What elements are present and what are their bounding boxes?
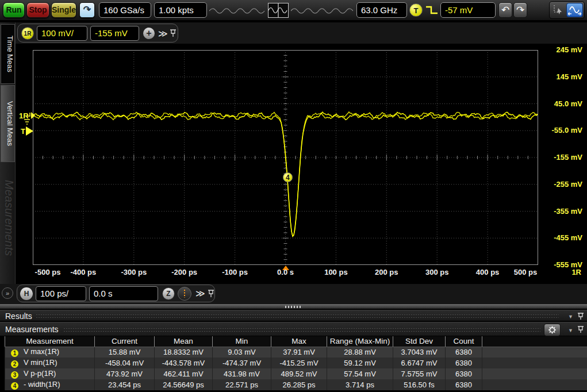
undo-icon[interactable]: ↶ <box>498 2 512 18</box>
measurement-min: 22.571 ps <box>213 379 271 390</box>
region-select-icon[interactable] <box>551 3 566 17</box>
horizontal-group: H 100 ps/ 0.0 s Z ≫ <box>17 285 215 302</box>
splitter-handle-icon[interactable] <box>285 306 302 308</box>
vertical-controls-bar: 1R 100 mV/ -155 mV + ≫ <box>0 22 587 44</box>
measurements-dropdown-icon[interactable]: ▼ <box>568 328 573 333</box>
x-axis-label: -200 ps <box>171 268 197 276</box>
table-row[interactable]: 3V p-p(1R)473.92 mV462.411 mV431.98 mV48… <box>5 368 587 379</box>
measurement-count: 6380 <box>446 379 482 390</box>
timebase-position-field[interactable]: 0.0 s <box>89 286 158 301</box>
left-sidebar: Time Meas Vertical Meas Measurements <box>0 22 16 303</box>
horizontal-controls-bar: » H 100 ps/ 0.0 s Z ≫ <box>0 284 587 303</box>
add-waveform-icon[interactable]: + <box>143 28 155 39</box>
redo-icon[interactable]: ↷ <box>513 2 527 18</box>
gear-icon[interactable] <box>544 324 561 336</box>
sample-rate-field[interactable]: 160 GSa/s <box>99 2 151 18</box>
bandwidth-field[interactable]: 63.0 GHz <box>356 2 407 18</box>
waveform-drag-icon[interactable] <box>566 3 583 17</box>
measurement-stddev: 6.6747 mV <box>393 358 446 368</box>
x-axis-label: 100 ps <box>324 268 347 276</box>
horizontal-badge[interactable]: H <box>20 287 33 300</box>
trigger-level-arrow-icon[interactable] <box>25 126 34 136</box>
measurement-stddev: 516.50 fs <box>393 379 446 390</box>
measurement-current: 15.88 mV <box>95 347 155 358</box>
y-axis-label: -355 mV <box>541 207 582 216</box>
measurement-min: 431.98 mV <box>213 368 271 379</box>
channel-1r-group: 1R 100 mV/ -155 mV + ≫ <box>17 24 178 43</box>
y-axis-label: -255 mV <box>541 180 582 189</box>
table-row[interactable]: 1V max(1R)15.88 mV18.8332 mV9.03 mV37.91… <box>5 347 587 358</box>
measurement-name: V p-p(1R) <box>24 369 56 378</box>
measurement-mean: 24.56649 ps <box>155 379 213 390</box>
single-button[interactable]: Single <box>51 2 76 18</box>
x-axis-label: 0.0 s <box>277 268 294 276</box>
x-axis-label: 500 ps <box>514 268 537 276</box>
measurement-name: - width(1R) <box>24 380 60 389</box>
vertical-scale-field[interactable]: 100 mV/ <box>37 26 87 41</box>
measurement-min: 9.03 mV <box>213 347 271 358</box>
measurement-number-badge: 2 <box>11 360 18 368</box>
x-axis-label: -100 ps <box>222 268 248 276</box>
hbar-pin-icon[interactable] <box>207 289 215 298</box>
channel-1r-badge[interactable]: 1R <box>21 27 34 40</box>
x-axis-label: -300 ps <box>121 268 147 276</box>
table-row[interactable]: 2V min(1R)-458.04 mV-443.578 mV-474.37 m… <box>5 358 587 368</box>
table-row[interactable]: 4- width(1R)23.454 ps24.56649 ps22.571 p… <box>5 379 587 390</box>
zoom-z-icon[interactable]: Z <box>162 287 175 300</box>
sidebar-expander-icon[interactable]: » <box>2 287 13 299</box>
pin-icon[interactable] <box>169 29 177 38</box>
measurements-pin-icon[interactable] <box>577 325 585 334</box>
scope-grid-and-trace[interactable] <box>33 50 538 265</box>
tab-vertical-meas[interactable]: Vertical Meas <box>1 85 15 162</box>
table-header-std-dev[interactable]: Std Dev <box>393 336 446 347</box>
memory-depth-field[interactable]: 1.00 kpts <box>154 2 207 18</box>
x-axis-label: -400 ps <box>70 268 96 276</box>
measurement-range: 59.12 mV <box>327 358 393 368</box>
measurement-count: 6380 <box>446 358 482 368</box>
panel-splitter[interactable] <box>0 303 587 309</box>
sine-decoration-left <box>209 6 267 16</box>
table-header-mean[interactable]: Mean <box>155 336 213 347</box>
vertical-offset-field[interactable]: -155 mV <box>90 26 139 41</box>
table-header-current[interactable]: Current <box>95 336 155 347</box>
table-header-count[interactable]: Count <box>446 336 482 347</box>
top-toolbar: Run Stop Single ↷ 160 GSa/s 1.00 kpts 63… <box>0 0 587 21</box>
results-texture <box>36 313 559 320</box>
touch-icon[interactable]: ↷ <box>79 2 95 18</box>
measurement-range: 57.54 mV <box>327 368 393 379</box>
measurements-title: Measurements <box>5 325 59 334</box>
expand-chevron-icon[interactable]: ≫ <box>158 28 167 39</box>
measurement-number-badge: 4 <box>11 382 18 390</box>
acquisition-window-icon[interactable] <box>268 3 289 18</box>
table-header-range-max-min-[interactable]: Range (Max-Min) <box>327 336 393 347</box>
width-measurement-marker[interactable]: 4 <box>283 172 293 182</box>
results-dropdown-icon[interactable]: ▼ <box>568 314 573 320</box>
run-button[interactable]: Run <box>3 2 25 18</box>
x-axis-label: 200 ps <box>375 268 398 276</box>
trigger-position-icon[interactable] <box>178 287 191 301</box>
waveform-display[interactable]: 1R T 4 1R 245 mV145 mV45.0 mV-55.0 mV-15… <box>16 44 587 284</box>
table-header-measurement[interactable]: Measurement <box>5 336 95 347</box>
table-header-min[interactable]: Min <box>213 336 271 347</box>
y-axis-label: -55.0 mV <box>541 126 582 134</box>
trigger-level-field[interactable]: -57 mV <box>440 2 496 18</box>
results-panel-header[interactable]: Results ▼ <box>0 310 587 321</box>
measurements-panel-header[interactable]: Measurements ▼ <box>0 322 587 336</box>
falling-edge-icon[interactable] <box>425 5 440 16</box>
measurements-table: MeasurementCurrentMeanMinMaxRange (Max-M… <box>5 336 587 390</box>
trigger-level-marker-label[interactable]: T <box>21 127 25 136</box>
measurement-min: -474.37 mV <box>213 358 271 368</box>
table-header-max[interactable]: Max <box>271 336 327 347</box>
table-header-row: MeasurementCurrentMeanMinMaxRange (Max-M… <box>5 336 587 347</box>
results-title: Results <box>5 312 32 321</box>
measurement-max: -415.25 mV <box>271 358 327 368</box>
trigger-badge[interactable]: T <box>409 3 423 17</box>
results-pin-icon[interactable] <box>577 312 585 321</box>
pointer-mode-group <box>549 1 585 19</box>
hbar-chevron-icon[interactable]: ≫ <box>195 288 204 299</box>
tab-time-meas[interactable]: Time Meas <box>1 24 15 84</box>
y-axis-label: -455 mV <box>541 233 582 242</box>
stop-button[interactable]: Stop <box>26 2 49 18</box>
timebase-scale-field[interactable]: 100 ps/ <box>36 286 86 301</box>
measurement-mean: 18.8332 mV <box>155 347 213 358</box>
